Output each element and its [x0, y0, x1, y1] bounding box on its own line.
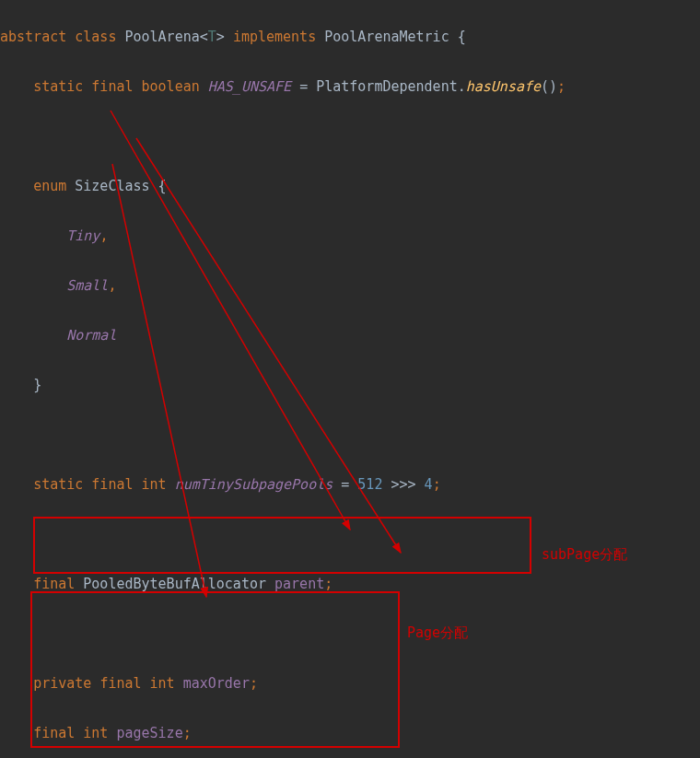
field-pagesize: pageSize: [116, 725, 182, 741]
code-block: abstract class PoolArena<T> implements P…: [0, 0, 700, 758]
generic-t: T: [208, 29, 216, 45]
iface-name: PoolArenaMetric: [324, 29, 449, 45]
kw-implements: implements: [233, 29, 316, 45]
code-editor: abstract class PoolArena<T> implements P…: [0, 0, 700, 758]
enum-small: Small: [66, 277, 108, 294]
field-has-unsafe: HAS_UNSAFE: [208, 78, 291, 95]
kw-class: class: [75, 29, 116, 45]
field-parent: parent: [274, 576, 324, 592]
literal-512: 512: [357, 476, 382, 493]
code-line: static final int numTinySubpagePools = 5…: [0, 472, 700, 497]
code-line: [0, 622, 700, 647]
code-line: static final boolean HAS_UNSAFE = Platfo…: [0, 75, 700, 99]
field-numtiny: numTinySubpagePools: [175, 476, 333, 493]
method-hasunsafe: hasUnsafe: [466, 78, 541, 95]
code-line: Small,: [0, 274, 700, 298]
code-line: }: [0, 373, 700, 398]
enum-tiny: Tiny: [66, 227, 99, 244]
code-line: [0, 423, 700, 448]
code-line: [0, 124, 700, 149]
code-line: final int pageSize;: [0, 721, 700, 746]
kw-abstract: abstract: [0, 29, 66, 45]
enum-normal: Normal: [66, 327, 116, 344]
annotation-label-subpage: subPage分配: [542, 546, 627, 564]
code-line: abstract class PoolArena<T> implements P…: [0, 25, 700, 50]
class-name: PoolArena: [124, 29, 199, 45]
code-line: private final int maxOrder;: [0, 671, 700, 696]
code-line: enum SizeClass {: [0, 174, 700, 199]
enum-name: SizeClass: [75, 178, 149, 194]
code-line: Tiny,: [0, 224, 700, 249]
code-line: Normal: [0, 323, 700, 348]
literal-4: 4: [425, 476, 433, 493]
code-line: [0, 522, 700, 547]
annotation-label-page: Page分配: [407, 624, 468, 642]
code-line: final PooledByteBufAllocator parent;: [0, 572, 700, 597]
field-maxorder: maxOrder: [183, 675, 250, 692]
kw-enum: enum: [33, 178, 66, 194]
